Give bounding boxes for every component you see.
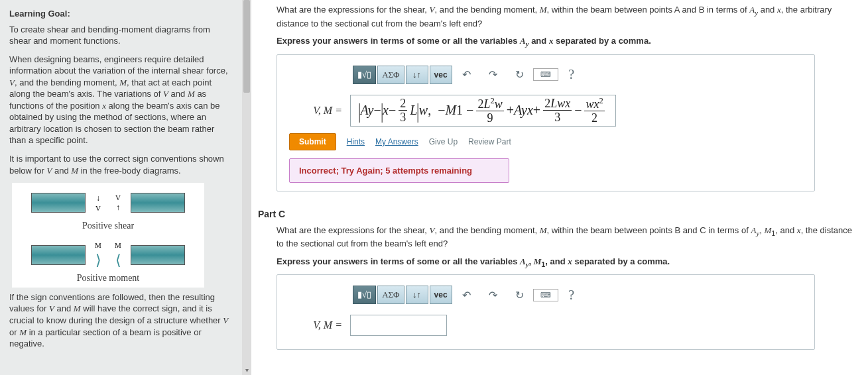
hints-link[interactable]: Hints [347,137,365,146]
part-c-question: What are the expressions for the shear, … [277,225,856,250]
part-b-question: What are the expressions for the shear, … [277,4,856,30]
submit-button[interactable]: Submit [289,133,336,150]
undo-button-c[interactable]: ↶ [454,286,480,304]
redo-button[interactable]: ↷ [480,66,507,84]
beam-left [31,193,86,213]
positive-shear-label: Positive shear [16,220,200,233]
templates-button[interactable]: ▮√▯ [353,66,376,84]
vm-label: V, M = [289,105,342,117]
reset-button[interactable]: ↻ [507,66,533,84]
background-para-3: If the sign conventions are followed, th… [9,292,233,350]
part-b-answer-area: ▮√▯ ΑΣΦ ↓↑ vec ↶ ↷ ↻ ⌨ ? V, M = |Ay − |x… [277,54,815,191]
review-part-link[interactable]: Review Part [468,137,511,146]
part-c-answer-area: ▮√▯ ΑΣΦ ↓↑ vec ↶ ↷ ↻ ⌨ ? V, M = [277,274,815,350]
part-b-instruction: Express your answers in terms of some or… [277,35,856,49]
reset-button-c[interactable]: ↻ [507,286,533,304]
part-c-answer-input[interactable] [350,315,447,336]
greek-button-c[interactable]: ΑΣΦ [377,286,404,304]
redo-button-c[interactable]: ↷ [480,286,507,304]
moment-arc-left: M⟨ [111,241,125,270]
help-button-c[interactable]: ? [558,286,585,304]
greek-button[interactable]: ΑΣΦ [377,66,404,84]
scrollbar-down[interactable]: ▾ [243,367,250,374]
shear-arrow-down: ↓V [91,193,105,213]
templates-button-c[interactable]: ▮√▯ [353,286,376,304]
keyboard-button-c[interactable]: ⌨ [533,289,558,301]
give-up-link[interactable]: Give Up [429,137,458,146]
moment-arc-right: M⟩ [91,241,105,270]
left-sidebar: Learning Goal: To create shear and bendi… [0,0,242,375]
equation-toolbar: ▮√▯ ΑΣΦ ↓↑ vec ↶ ↷ ↻ ⌨ ? [353,66,802,84]
feedback-message: Incorrect; Try Again; 5 attempts remaini… [289,158,509,183]
positive-moment-label: Positive moment [16,272,200,285]
beam-left-m [31,245,86,265]
main-content: What are the expressions for the shear, … [251,0,868,375]
help-button[interactable]: ? [558,66,585,84]
part-c-header: Part C [258,209,856,219]
submit-row: Submit Hints My Answers Give Up Review P… [289,133,802,150]
scrollbar-thumb[interactable] [243,0,250,93]
keyboard-button[interactable]: ⌨ [533,68,558,81]
sidebar-scrollbar[interactable]: ▾ [242,0,251,375]
background-para-1: When designing beams, engineers require … [9,54,233,146]
learning-goal-text: To create shear and bending-moment diagr… [9,24,233,47]
subscript-button[interactable]: ↓↑ [406,66,428,84]
part-b-answer-input[interactable]: |Ay − |x − 23L|w, − M1 − 2L2w9 + Ayx + 2… [350,95,616,127]
vec-button[interactable]: vec [430,66,452,84]
undo-button[interactable]: ↶ [454,66,480,84]
part-c-instruction: Express your answers in terms of some or… [277,256,856,270]
learning-goal-title: Learning Goal: [9,8,233,20]
subscript-button-c[interactable]: ↓↑ [406,286,428,304]
vm-label-c: V, M = [289,319,342,331]
beam-right-m [131,245,185,265]
shear-arrow-up: V↑ [111,193,125,213]
sign-convention-note: It is important to use the correct sign … [9,153,233,176]
sign-convention-diagram: ↓V V↑ Positive shear M⟩ M⟨ Positive mome… [12,183,204,288]
my-answers-link[interactable]: My Answers [375,137,418,146]
vec-button-c[interactable]: vec [430,286,452,304]
beam-right [131,193,185,213]
equation-toolbar-c: ▮√▯ ΑΣΦ ↓↑ vec ↶ ↷ ↻ ⌨ ? [353,286,802,304]
